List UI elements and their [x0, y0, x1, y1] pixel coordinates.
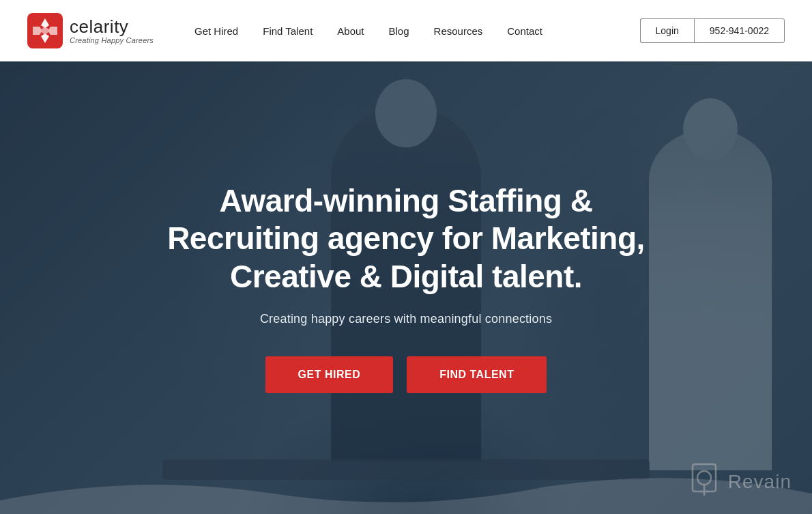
logo-tagline: Creating Happy Careers	[70, 36, 154, 44]
header: celarity Creating Happy Careers Get Hire…	[0, 0, 812, 61]
nav-item-find-talent[interactable]: Find Talent	[263, 25, 313, 37]
nav-item-about[interactable]: About	[337, 25, 364, 37]
hero-section: Award-winning Staffing & Recruiting agen…	[0, 61, 812, 514]
logo[interactable]: celarity Creating Happy Careers	[27, 13, 154, 48]
hero-title: Award-winning Staffing & Recruiting agen…	[154, 182, 658, 296]
hero-content: Award-winning Staffing & Recruiting agen…	[99, 182, 713, 393]
login-button[interactable]: Login	[640, 18, 694, 43]
revain-text: Revain	[728, 471, 792, 493]
hero-subtitle: Creating happy careers with meaningful c…	[154, 312, 658, 326]
nav-item-blog[interactable]: Blog	[389, 25, 409, 37]
svg-point-3	[697, 471, 711, 485]
logo-icon	[27, 13, 63, 48]
hero-get-hired-button[interactable]: Get Hired	[265, 356, 394, 393]
header-actions: Login 952-941-0022	[640, 18, 785, 43]
main-nav: Get Hired Find Talent About Blog Resourc…	[194, 25, 640, 37]
logo-text: celarity Creating Happy Careers	[70, 17, 154, 45]
nav-item-resources[interactable]: Resources	[434, 25, 483, 37]
hero-find-talent-button[interactable]: Find Talent	[407, 356, 547, 393]
revain-icon	[687, 463, 721, 500]
phone-button[interactable]: 952-941-0022	[694, 18, 785, 43]
nav-item-get-hired[interactable]: Get Hired	[194, 25, 238, 37]
svg-point-1	[42, 27, 48, 34]
nav-item-contact[interactable]: Contact	[507, 25, 542, 37]
hero-buttons: Get Hired Find Talent	[154, 356, 658, 393]
logo-name: celarity	[70, 17, 154, 37]
revain-watermark: Revain	[687, 463, 792, 500]
